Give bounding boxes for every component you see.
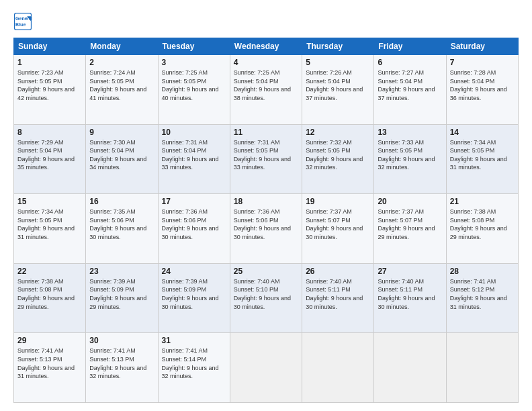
day-cell: 2 Sunrise: 7:24 AM Sunset: 5:05 PM Dayli…	[86, 55, 158, 125]
day-info: Sunrise: 7:37 AM Sunset: 5:07 PM Dayligh…	[378, 208, 442, 241]
day-info: Sunrise: 7:39 AM Sunset: 5:09 PM Dayligh…	[162, 277, 226, 311]
day-cell: 14 Sunrise: 7:34 AM Sunset: 5:05 PM Dayl…	[446, 124, 518, 194]
day-cell: 7 Sunrise: 7:28 AM Sunset: 5:04 PM Dayli…	[446, 55, 518, 125]
day-info: Sunrise: 7:34 AM Sunset: 5:05 PM Dayligh…	[450, 138, 515, 172]
day-info: Sunrise: 7:34 AM Sunset: 5:05 PM Dayligh…	[17, 208, 82, 241]
day-number: 4	[234, 58, 298, 67]
day-cell: 1 Sunrise: 7:23 AM Sunset: 5:05 PM Dayli…	[14, 55, 86, 125]
day-info: Sunrise: 7:38 AM Sunset: 5:08 PM Dayligh…	[17, 277, 82, 311]
day-cell: 3 Sunrise: 7:25 AM Sunset: 5:05 PM Dayli…	[158, 55, 230, 125]
weekday-row: SundayMondayTuesdayWednesdayThursdayFrid…	[14, 38, 519, 55]
logo: General Blue	[13, 12, 35, 31]
logo-icon: General Blue	[13, 12, 32, 31]
day-info: Sunrise: 7:31 AM Sunset: 5:04 PM Dayligh…	[162, 138, 226, 172]
day-cell: 11 Sunrise: 7:31 AM Sunset: 5:05 PM Dayl…	[230, 124, 302, 194]
svg-text:Blue: Blue	[15, 22, 26, 27]
day-info: Sunrise: 7:41 AM Sunset: 5:12 PM Dayligh…	[450, 277, 515, 311]
day-cell: 28 Sunrise: 7:41 AM Sunset: 5:12 PM Dayl…	[446, 263, 518, 333]
weekday-header-friday: Friday	[374, 38, 446, 55]
week-row-1: 1 Sunrise: 7:23 AM Sunset: 5:05 PM Dayli…	[14, 55, 519, 125]
day-cell: 31 Sunrise: 7:41 AM Sunset: 5:14 PM Dayl…	[158, 333, 230, 403]
day-info: Sunrise: 7:41 AM Sunset: 5:14 PM Dayligh…	[162, 347, 226, 380]
calendar-table: SundayMondayTuesdayWednesdayThursdayFrid…	[13, 38, 519, 403]
day-number: 28	[450, 267, 515, 276]
day-cell: 15 Sunrise: 7:34 AM Sunset: 5:05 PM Dayl…	[14, 194, 86, 264]
day-info: Sunrise: 7:40 AM Sunset: 5:11 PM Dayligh…	[378, 277, 442, 311]
day-number: 31	[162, 336, 226, 345]
day-number: 16	[89, 197, 154, 206]
day-number: 6	[378, 58, 442, 67]
day-number: 30	[89, 336, 154, 345]
day-number: 5	[306, 58, 370, 67]
day-number: 8	[17, 128, 82, 137]
weekday-header-tuesday: Tuesday	[158, 38, 230, 55]
day-cell	[302, 333, 374, 403]
day-info: Sunrise: 7:26 AM Sunset: 5:04 PM Dayligh…	[306, 68, 370, 102]
day-info: Sunrise: 7:36 AM Sunset: 5:06 PM Dayligh…	[234, 208, 298, 241]
day-cell: 12 Sunrise: 7:32 AM Sunset: 5:05 PM Dayl…	[302, 124, 374, 194]
day-number: 21	[450, 197, 515, 206]
day-info: Sunrise: 7:36 AM Sunset: 5:06 PM Dayligh…	[162, 208, 226, 241]
day-cell: 5 Sunrise: 7:26 AM Sunset: 5:04 PM Dayli…	[302, 55, 374, 125]
day-number: 22	[17, 267, 82, 276]
day-number: 11	[234, 128, 298, 137]
day-number: 15	[17, 197, 82, 206]
day-cell: 26 Sunrise: 7:40 AM Sunset: 5:11 PM Dayl…	[302, 263, 374, 333]
day-number: 24	[162, 267, 226, 276]
weekday-header-monday: Monday	[86, 38, 158, 55]
day-info: Sunrise: 7:25 AM Sunset: 5:04 PM Dayligh…	[234, 68, 298, 102]
day-cell: 16 Sunrise: 7:35 AM Sunset: 5:06 PM Dayl…	[86, 194, 158, 264]
day-info: Sunrise: 7:31 AM Sunset: 5:05 PM Dayligh…	[234, 138, 298, 172]
day-info: Sunrise: 7:32 AM Sunset: 5:05 PM Dayligh…	[306, 138, 370, 172]
day-number: 17	[162, 197, 226, 206]
day-info: Sunrise: 7:38 AM Sunset: 5:08 PM Dayligh…	[450, 208, 515, 241]
day-info: Sunrise: 7:23 AM Sunset: 5:05 PM Dayligh…	[17, 68, 82, 102]
day-info: Sunrise: 7:41 AM Sunset: 5:13 PM Dayligh…	[17, 347, 82, 380]
day-cell: 19 Sunrise: 7:37 AM Sunset: 5:07 PM Dayl…	[302, 194, 374, 264]
day-number: 12	[306, 128, 370, 137]
day-info: Sunrise: 7:28 AM Sunset: 5:04 PM Dayligh…	[450, 68, 515, 102]
day-number: 2	[89, 58, 154, 67]
day-number: 29	[17, 336, 82, 345]
day-number: 20	[378, 197, 442, 206]
day-number: 9	[89, 128, 154, 137]
day-info: Sunrise: 7:41 AM Sunset: 5:13 PM Dayligh…	[89, 347, 154, 380]
day-cell: 27 Sunrise: 7:40 AM Sunset: 5:11 PM Dayl…	[374, 263, 446, 333]
day-info: Sunrise: 7:30 AM Sunset: 5:04 PM Dayligh…	[89, 138, 154, 172]
week-row-5: 29 Sunrise: 7:41 AM Sunset: 5:13 PM Dayl…	[14, 333, 519, 403]
day-number: 1	[17, 58, 82, 67]
day-cell: 17 Sunrise: 7:36 AM Sunset: 5:06 PM Dayl…	[158, 194, 230, 264]
calendar-body: 1 Sunrise: 7:23 AM Sunset: 5:05 PM Dayli…	[14, 55, 519, 403]
week-row-2: 8 Sunrise: 7:29 AM Sunset: 5:04 PM Dayli…	[14, 124, 519, 194]
day-number: 10	[162, 128, 226, 137]
day-cell: 9 Sunrise: 7:30 AM Sunset: 5:04 PM Dayli…	[86, 124, 158, 194]
day-cell: 21 Sunrise: 7:38 AM Sunset: 5:08 PM Dayl…	[446, 194, 518, 264]
day-number: 13	[378, 128, 442, 137]
day-cell	[230, 333, 302, 403]
day-number: 7	[450, 58, 515, 67]
day-info: Sunrise: 7:25 AM Sunset: 5:05 PM Dayligh…	[162, 68, 226, 102]
day-number: 27	[378, 267, 442, 276]
day-number: 26	[306, 267, 370, 276]
weekday-header-saturday: Saturday	[446, 38, 518, 55]
day-cell: 4 Sunrise: 7:25 AM Sunset: 5:04 PM Dayli…	[230, 55, 302, 125]
day-cell: 25 Sunrise: 7:40 AM Sunset: 5:10 PM Dayl…	[230, 263, 302, 333]
day-cell	[374, 333, 446, 403]
day-cell: 18 Sunrise: 7:36 AM Sunset: 5:06 PM Dayl…	[230, 194, 302, 264]
day-number: 19	[306, 197, 370, 206]
day-info: Sunrise: 7:40 AM Sunset: 5:11 PM Dayligh…	[306, 277, 370, 311]
week-row-3: 15 Sunrise: 7:34 AM Sunset: 5:05 PM Dayl…	[14, 194, 519, 264]
weekday-header-sunday: Sunday	[14, 38, 86, 55]
svg-rect-0	[15, 13, 32, 30]
day-number: 18	[234, 197, 298, 206]
weekday-header-thursday: Thursday	[302, 38, 374, 55]
day-info: Sunrise: 7:37 AM Sunset: 5:07 PM Dayligh…	[306, 208, 370, 241]
day-info: Sunrise: 7:24 AM Sunset: 5:05 PM Dayligh…	[89, 68, 154, 102]
day-cell: 22 Sunrise: 7:38 AM Sunset: 5:08 PM Dayl…	[14, 263, 86, 333]
day-cell: 20 Sunrise: 7:37 AM Sunset: 5:07 PM Dayl…	[374, 194, 446, 264]
day-info: Sunrise: 7:29 AM Sunset: 5:04 PM Dayligh…	[17, 138, 82, 172]
day-cell	[446, 333, 518, 403]
day-number: 25	[234, 267, 298, 276]
day-cell: 23 Sunrise: 7:39 AM Sunset: 5:09 PM Dayl…	[86, 263, 158, 333]
weekday-header-wednesday: Wednesday	[230, 38, 302, 55]
